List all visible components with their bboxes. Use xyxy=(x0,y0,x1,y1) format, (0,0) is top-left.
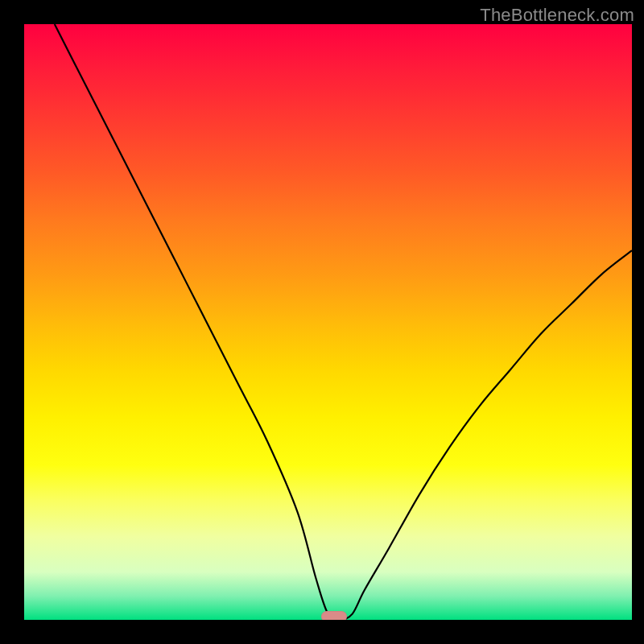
min-marker xyxy=(321,611,347,620)
bottleneck-curve-path xyxy=(55,24,632,620)
watermark-text: TheBottleneck.com xyxy=(480,5,634,26)
chart-frame: TheBottleneck.com xyxy=(0,0,644,644)
curve-svg xyxy=(24,24,632,620)
plot-area xyxy=(24,24,632,620)
